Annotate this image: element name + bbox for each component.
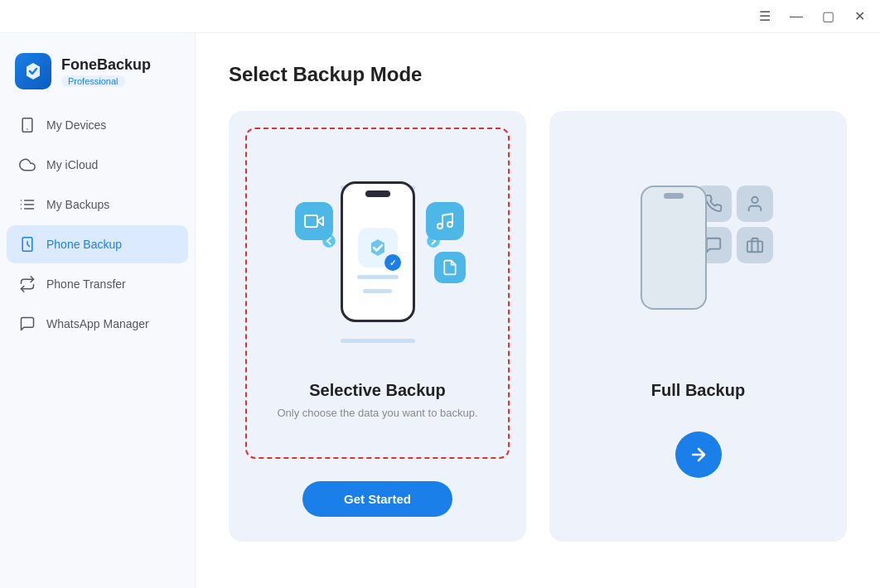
close-button[interactable]: ✕ bbox=[847, 4, 872, 29]
cloud-icon bbox=[18, 156, 36, 174]
maximize-button[interactable]: ▢ bbox=[815, 4, 840, 29]
sidebar-nav: My Devices My iCloud bbox=[0, 106, 195, 343]
sidebar-item-phone-transfer[interactable]: Phone Transfer bbox=[7, 265, 188, 303]
app-body: FoneBackup Professional My Devices bbox=[0, 33, 880, 588]
full-phone-wrap bbox=[616, 161, 781, 343]
selective-backup-desc: Only choose the data you want to backup. bbox=[277, 407, 477, 419]
full-backup-arrow-button[interactable] bbox=[675, 431, 722, 478]
app-icons-grid bbox=[695, 186, 773, 263]
sidebar-label-phone-backup: Phone Backup bbox=[46, 238, 122, 251]
sidebar-label-my-devices: My Devices bbox=[46, 118, 106, 132]
window-controls: ☰ — ▢ ✕ bbox=[752, 4, 872, 29]
video-icon bbox=[295, 202, 333, 240]
device-icon bbox=[18, 116, 36, 134]
backups-icon bbox=[18, 195, 36, 214]
docs-icon bbox=[434, 252, 466, 283]
title-bar: ☰ — ▢ ✕ bbox=[0, 0, 880, 33]
transfer-icon bbox=[18, 275, 36, 293]
main-content: Select Backup Mode bbox=[196, 33, 880, 588]
full-phone bbox=[641, 186, 707, 310]
selective-backup-illustration: ✓ bbox=[278, 136, 477, 368]
svg-rect-10 bbox=[305, 215, 317, 227]
whatsapp-icon bbox=[18, 315, 36, 333]
brand-name: FoneBackup bbox=[61, 56, 151, 74]
svg-point-15 bbox=[752, 197, 757, 203]
brand: FoneBackup Professional bbox=[0, 41, 195, 106]
contacts-grid-icon bbox=[737, 186, 773, 222]
brand-badge: Professional bbox=[61, 75, 125, 87]
get-started-button[interactable]: Get Started bbox=[302, 481, 452, 517]
sidebar-item-my-devices[interactable]: My Devices bbox=[7, 106, 188, 144]
page-title: Select Backup Mode bbox=[229, 63, 847, 86]
music-icon bbox=[426, 202, 464, 240]
full-backup-card[interactable]: Full Backup bbox=[549, 111, 847, 542]
sidebar-label-my-backups: My Backups bbox=[46, 198, 109, 211]
brand-logo bbox=[15, 53, 51, 89]
selective-backup-title: Selective Backup bbox=[309, 381, 446, 400]
full-backup-illustration bbox=[599, 136, 798, 368]
brand-text: FoneBackup Professional bbox=[61, 56, 151, 87]
sidebar-item-my-icloud[interactable]: My iCloud bbox=[7, 146, 188, 184]
sidebar-item-my-backups[interactable]: My Backups bbox=[7, 186, 188, 224]
svg-point-11 bbox=[438, 224, 442, 229]
sidebar-label-whatsapp-manager: WhatsApp Manager bbox=[46, 317, 149, 330]
menu-button[interactable]: ☰ bbox=[752, 4, 777, 29]
selective-backup-card[interactable]: ✓ bbox=[229, 111, 526, 542]
check-badge: ✓ bbox=[384, 254, 401, 271]
sidebar-item-phone-backup[interactable]: Phone Backup bbox=[7, 225, 188, 263]
backup-cards-row: ✓ bbox=[229, 111, 847, 542]
sidebar-label-phone-transfer: Phone Transfer bbox=[46, 277, 126, 291]
svg-point-12 bbox=[447, 222, 452, 227]
svg-rect-0 bbox=[22, 118, 32, 133]
svg-rect-16 bbox=[747, 241, 762, 252]
sidebar: FoneBackup Professional My Devices bbox=[0, 33, 196, 588]
sidebar-label-my-icloud: My iCloud bbox=[46, 158, 98, 171]
svg-marker-9 bbox=[317, 217, 323, 225]
apps-grid-icon bbox=[737, 227, 773, 263]
minimize-button[interactable]: — bbox=[784, 4, 809, 29]
phone-backup-icon bbox=[18, 235, 36, 253]
sidebar-item-whatsapp-manager[interactable]: WhatsApp Manager bbox=[7, 305, 188, 343]
full-backup-title: Full Backup bbox=[651, 381, 745, 400]
